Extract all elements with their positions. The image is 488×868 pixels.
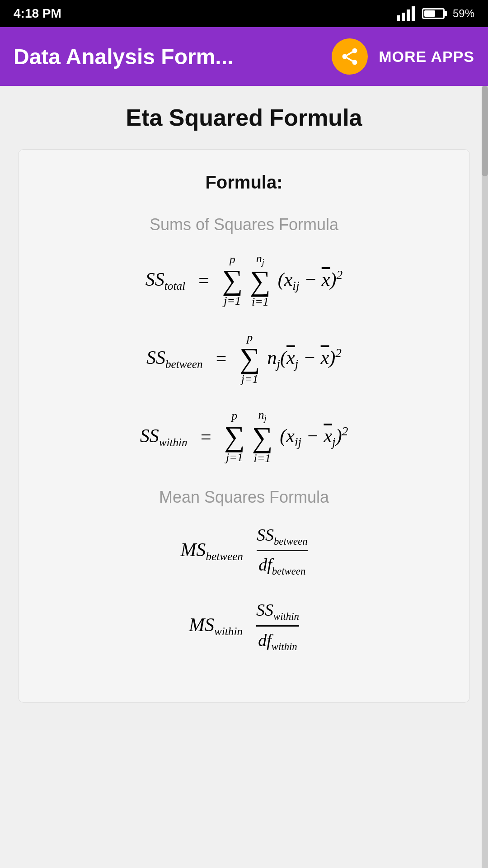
- status-time: 4:18 PM: [14, 6, 61, 21]
- formula-label: Formula:: [37, 172, 451, 193]
- svg-line-7: [347, 58, 353, 61]
- svg-line-8: [347, 52, 353, 55]
- svg-rect-1: [402, 13, 405, 21]
- app-title: Data Analysis Form...: [14, 44, 321, 69]
- more-apps-button[interactable]: MORE APPS: [379, 48, 474, 66]
- battery-percentage: 59%: [453, 7, 474, 20]
- scrollbar[interactable]: [482, 86, 488, 868]
- ms-between-formula: MSbetween SSbetween dfbetween: [37, 525, 451, 577]
- ss-total-formula: SStotal = p ∑ j=1 nj ∑ i=1 (xij − x)2: [37, 252, 451, 309]
- signal-icon: [397, 6, 415, 21]
- svg-point-4: [352, 48, 357, 53]
- share-icon: [340, 47, 360, 66]
- svg-point-6: [352, 60, 357, 65]
- status-bar: 4:18 PM 59%: [0, 0, 488, 27]
- svg-rect-0: [397, 15, 400, 21]
- ss-between-formula: SSbetween = p ∑ j=1 nj(xj − x)2: [37, 331, 451, 386]
- battery-icon: 59%: [422, 7, 474, 20]
- svg-point-5: [343, 54, 347, 59]
- sums-of-squares-subtitle: Sums of Squares Formula: [37, 215, 451, 234]
- page-title: Eta Squared Formula: [14, 104, 474, 131]
- ss-within-formula: SSwithin = p ∑ j=1 nj ∑ i=1 (xij − xj)2: [37, 409, 451, 465]
- mean-squares-subtitle: Mean Squares Formula: [37, 488, 451, 507]
- ms-within-formula: MSwithin SSwithin dfwithin: [37, 600, 451, 652]
- scrollbar-thumb[interactable]: [482, 86, 488, 176]
- app-bar: Data Analysis Form... MORE APPS: [0, 27, 488, 86]
- svg-rect-2: [407, 9, 410, 21]
- share-button[interactable]: [332, 38, 368, 75]
- formula-card: Formula: Sums of Squares Formula SStotal…: [18, 149, 470, 703]
- main-content: Eta Squared Formula Formula: Sums of Squ…: [0, 86, 488, 730]
- svg-rect-3: [412, 6, 415, 21]
- status-icons: 59%: [397, 6, 474, 21]
